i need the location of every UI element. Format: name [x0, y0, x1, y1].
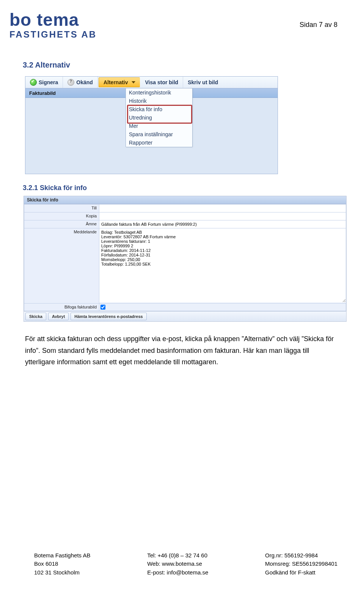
- dropdown-rapporter[interactable]: Rapporter: [126, 138, 192, 147]
- label-kopia: Kopia: [24, 212, 99, 220]
- footer-col1: Botema Fastighets AB Box 6018 102 31 Sto…: [34, 551, 90, 577]
- footer: Botema Fastighets AB Box 6018 102 31 Sto…: [34, 551, 337, 577]
- logo-line2: FASTIGHETS AB: [9, 29, 97, 40]
- okand-label: Okänd: [76, 79, 93, 85]
- label-bifoga: Bifoga fakturabild: [24, 304, 99, 311]
- visa-stor-bild-label: Visa stor bild: [145, 79, 179, 85]
- chevron-down-icon: [132, 81, 135, 83]
- hamta-epost-button[interactable]: Hämta leverantörens e-postadress: [71, 313, 146, 320]
- skriv-ut-bild-button[interactable]: Skriv ut bild: [183, 77, 223, 88]
- check-circle-icon: [30, 79, 37, 86]
- label-meddelande: Meddelande: [24, 228, 99, 304]
- alternativ-dropdown: Konteringshistorik Historik Skicka för i…: [126, 88, 193, 147]
- body-paragraph: För att skicka fakturan och dess uppgift…: [25, 333, 339, 368]
- logo-line1: bo tema: [9, 9, 97, 30]
- signera-label: Signera: [39, 79, 58, 85]
- question-circle-icon: [67, 79, 74, 86]
- form-button-bar: Skicka Avbryt Hämta leverantörens e-post…: [24, 311, 346, 321]
- dropdown-historik[interactable]: Historik: [126, 97, 192, 105]
- screenshot-toolbar: Signera Okänd Alternativ Visa stor bild …: [25, 76, 278, 174]
- dropdown-skicka-for-info[interactable]: Skicka för info: [126, 105, 192, 113]
- checkbox-bifoga[interactable]: [100, 305, 105, 310]
- label-till: Till: [24, 205, 99, 212]
- signera-button[interactable]: Signera: [25, 77, 63, 88]
- input-amne[interactable]: [99, 220, 346, 228]
- form-table: Till Kopia Ämne Meddelande Bifoga faktur…: [24, 204, 346, 311]
- alternativ-button[interactable]: Alternativ: [99, 77, 140, 87]
- dropdown-konteringshistorik[interactable]: Konteringshistorik: [126, 88, 192, 97]
- dropdown-mer[interactable]: Mer: [126, 122, 192, 130]
- visa-stor-bild-button[interactable]: Visa stor bild: [141, 77, 184, 88]
- label-amne: Ämne: [24, 220, 99, 228]
- footer-col2: Tel: +46 (0)8 – 32 74 60 Web: www.botema…: [147, 551, 208, 577]
- skicka-button[interactable]: Skicka: [25, 313, 46, 320]
- section-heading: 3.2 Alternativ: [23, 61, 341, 69]
- input-till[interactable]: [99, 205, 346, 212]
- dropdown-utredning[interactable]: Utredning: [126, 113, 192, 122]
- toolbar: Signera Okänd Alternativ Visa stor bild …: [25, 77, 278, 88]
- textarea-meddelande[interactable]: [99, 228, 346, 302]
- alternativ-label: Alternativ: [104, 79, 128, 85]
- screenshot-form: Skicka för info Till Kopia Ämne Meddelan…: [24, 196, 347, 322]
- footer-col3: Org.nr: 556192-9984 Momsreg: SE556192998…: [265, 551, 337, 577]
- input-kopia[interactable]: [99, 212, 346, 220]
- dropdown-spara-installningar[interactable]: Spara inställningar: [126, 130, 192, 138]
- form-panel-title: Skicka för info: [24, 196, 346, 204]
- okand-button[interactable]: Okänd: [63, 77, 98, 88]
- logo: bo tema FASTIGHETS AB: [9, 9, 97, 40]
- page-number: Sidan 7 av 8: [300, 21, 337, 29]
- skriv-ut-bild-label: Skriv ut bild: [188, 79, 218, 85]
- subsection-heading: 3.2.1 Skicka för info: [23, 184, 341, 192]
- avbryt-button[interactable]: Avbryt: [48, 313, 69, 320]
